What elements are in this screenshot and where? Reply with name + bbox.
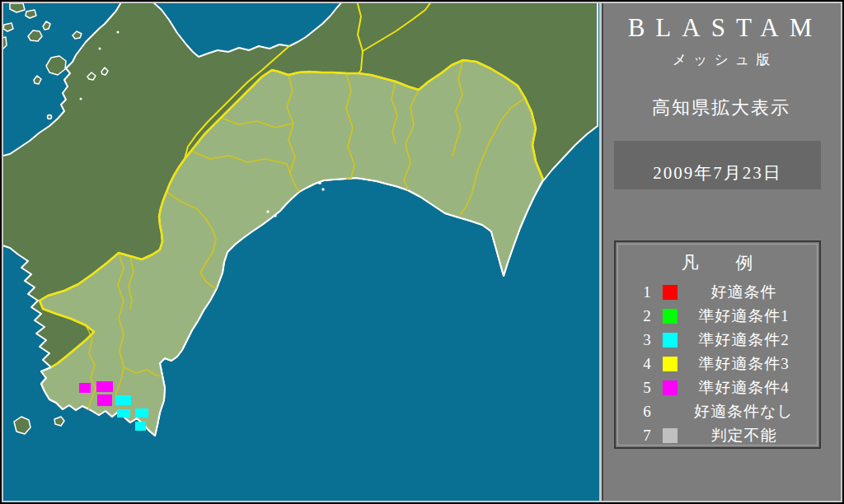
date-box: 2009年7月23日	[614, 141, 821, 189]
legend-color-swatch	[663, 380, 678, 395]
legend-inner-frame: 凡 例 1好適条件2準好適条件13準好適条件24準好適条件35準好適条件46好適…	[617, 244, 818, 446]
date-text: 2009年7月23日	[653, 161, 782, 184]
blastam-window: BLASTAM メッシュ版 高知県拡大表示 2009年7月23日 凡 例 1好適…	[0, 0, 844, 504]
legend-color-swatch	[663, 357, 678, 371]
legend-color-swatch	[663, 285, 678, 300]
app-subtitle: メッシュ版	[603, 50, 839, 69]
legend-item-label: 準好適条件4	[682, 376, 817, 399]
legend-row: 4準好適条件3	[618, 352, 817, 376]
legend-item-number: 2	[640, 304, 654, 328]
legend-color-swatch	[663, 428, 678, 443]
legend-row: 2準好適条件1	[618, 304, 817, 328]
legend-item-label: 準好適条件3	[682, 352, 817, 376]
legend-row: 1好適条件	[618, 280, 817, 304]
legend-color-swatch	[663, 333, 678, 348]
legend-row: 6好適条件なし	[618, 399, 817, 423]
legend-item-label: 判定不能	[682, 423, 817, 447]
legend-rows: 1好適条件2準好適条件13準好適条件24準好適条件35準好適条件46好適条件なし…	[618, 280, 817, 447]
map-area	[3, 3, 599, 501]
legend-item-label: 準好適条件2	[682, 328, 817, 352]
legend-row: 5準好適条件4	[618, 376, 817, 399]
legend-item-number: 5	[640, 376, 654, 399]
view-label: 高知県拡大表示	[603, 96, 839, 120]
app-title: BLASTAM	[603, 3, 839, 43]
legend-row: 3準好適条件2	[618, 328, 817, 352]
shikoku-map	[3, 3, 599, 501]
legend-item-number: 4	[640, 352, 654, 376]
legend-row: 7判定不能	[618, 423, 817, 447]
info-panel: BLASTAM メッシュ版 高知県拡大表示 2009年7月23日 凡 例 1好適…	[603, 3, 839, 501]
legend-item-number: 6	[640, 399, 654, 423]
legend-title: 凡 例	[618, 251, 817, 274]
legend-color-swatch	[663, 309, 678, 324]
legend-item-label: 好適条件なし	[682, 399, 817, 423]
legend-box: 凡 例 1好適条件2準好適条件13準好適条件24準好適条件35準好適条件46好適…	[614, 240, 821, 449]
legend-item-label: 準好適条件1	[682, 304, 817, 328]
legend-item-number: 1	[640, 280, 654, 304]
legend-item-label: 好適条件	[682, 280, 817, 304]
legend-item-number: 3	[640, 328, 654, 352]
legend-item-number: 7	[640, 423, 654, 447]
